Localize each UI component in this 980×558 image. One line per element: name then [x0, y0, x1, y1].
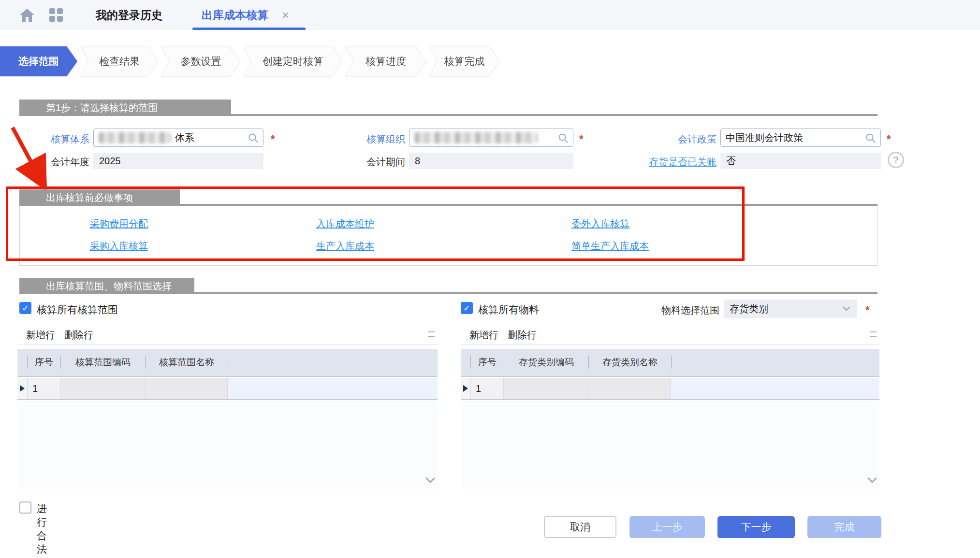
apps-grid-icon[interactable] [49, 8, 63, 22]
empty-cell [671, 378, 879, 399]
required-mark: * [865, 304, 870, 316]
fiscal-year-label: 会计年度 [10, 156, 89, 169]
link-inbound-cost-maintenance[interactable]: 入库成本维护 [316, 217, 374, 230]
grid-config-icon[interactable] [428, 331, 435, 337]
accounting-org-label: 核算组织 [325, 133, 405, 146]
accounting-policy-input[interactable]: 中国准则会计政策 [720, 129, 881, 147]
column-header-category-code[interactable]: 存货类别编码 [504, 349, 588, 376]
step1-section-rule [19, 114, 878, 116]
link-purchase-inbound-accounting[interactable]: 采购入库核算 [90, 240, 148, 253]
range-code-cell[interactable] [60, 378, 145, 399]
step-finished[interactable]: 核算完成 [429, 46, 499, 76]
delete-row-button[interactable]: 删除行 [64, 329, 93, 342]
row-marker-cell [461, 378, 471, 399]
fiscal-period-label: 会计期间 [325, 156, 405, 169]
range-table-panel: 新增行 删除行 序号 核算范围编码 核算范围名称 1 [17, 325, 438, 489]
column-header-seq[interactable]: 序号 [28, 349, 60, 376]
material-scope-label: 物料选择范围 [643, 304, 719, 317]
scroll-down-icon[interactable] [868, 474, 876, 482]
wizard-stepper: 选择范围 检查结果 参数设置 创建定时核算 核算进度 核算完成 [0, 46, 499, 76]
link-simple-production-inbound-cost[interactable]: 简单生产入库成本 [571, 240, 649, 253]
material-table-toolbar: 新增行 删除行 [461, 325, 879, 345]
tab-login-history[interactable]: 我的登录历史 [96, 0, 162, 30]
link-purchase-expense-allocation[interactable]: 采购费用分配 [90, 217, 148, 230]
step-select-scope[interactable]: 选择范围 [0, 46, 77, 76]
delete-row-button[interactable]: 删除行 [508, 329, 537, 342]
accounting-system-input[interactable]: 体系 [93, 129, 263, 147]
accounting-policy-label: 会计政策 [637, 133, 717, 146]
step-progress[interactable]: 核算进度 [346, 46, 426, 76]
column-header-range-code[interactable]: 核算范围编码 [61, 349, 145, 376]
search-icon[interactable] [865, 133, 876, 143]
column-header-range-name[interactable]: 核算范围名称 [146, 349, 228, 376]
required-mark: * [271, 133, 275, 145]
link-production-inbound-cost[interactable]: 生产入库成本 [316, 240, 374, 253]
table-row[interactable]: 1 [17, 378, 438, 400]
range-table-body [17, 401, 438, 489]
range-table-header: 序号 核算范围编码 核算范围名称 [17, 349, 438, 377]
category-code-cell[interactable] [504, 378, 588, 399]
legality-check-checkbox[interactable] [19, 501, 31, 514]
add-row-button[interactable]: 新增行 [469, 329, 498, 342]
todo-section-title: 出库核算前必做事项 [19, 189, 180, 206]
step-parameter-setting[interactable]: 参数设置 [161, 46, 240, 76]
range-section-rule [19, 292, 878, 294]
next-step-button[interactable]: 下一步 [717, 516, 795, 538]
row-marker-cell [17, 378, 28, 399]
close-tab-icon[interactable]: × [282, 8, 289, 22]
seq-cell: 1 [28, 378, 60, 399]
all-ranges-label: 核算所有核算范围 [37, 303, 118, 316]
inventory-closed-field: 否 [720, 153, 881, 169]
column-header-seq[interactable]: 序号 [471, 349, 504, 376]
material-scope-dropdown[interactable]: 存货类别 [724, 300, 857, 318]
grid-config-icon[interactable] [870, 331, 877, 337]
required-mark: * [579, 133, 584, 145]
active-tab-underline [192, 28, 306, 30]
outbound-cost-accounting-page: 我的登录历史 出库成本核算 × 选择范围 检查结果 参数设置 创建定时核算 核算… [0, 0, 980, 558]
accounting-system-visible-text: 体系 [175, 131, 194, 144]
all-ranges-checkbox[interactable]: ✓ [19, 302, 31, 314]
range-section-title: 出库核算范围、物料范围选择 [19, 278, 194, 294]
help-icon[interactable]: ? [888, 152, 904, 168]
redacted-value [414, 132, 538, 143]
seq-cell: 1 [471, 378, 504, 399]
table-row[interactable]: 1 [461, 378, 879, 400]
search-icon[interactable] [558, 133, 569, 143]
fiscal-period-field: 8 [409, 153, 573, 169]
range-table-toolbar: 新增行 删除行 [17, 325, 438, 345]
range-name-cell[interactable] [145, 378, 228, 399]
step-create-scheduled[interactable]: 创建定时核算 [244, 46, 342, 76]
redacted-value [99, 132, 171, 143]
material-table-body [461, 401, 879, 489]
empty-cell [228, 378, 438, 399]
add-row-button[interactable]: 新增行 [26, 329, 55, 342]
category-name-cell[interactable] [588, 378, 671, 399]
tab-outbound-cost-accounting[interactable]: 出库成本核算 [202, 0, 268, 30]
row-marker-icon [463, 385, 468, 392]
accounting-system-label: 核算体系 [10, 133, 89, 146]
inventory-closed-link[interactable]: 存货是否已关账 [619, 156, 717, 169]
all-materials-label: 核算所有物料 [478, 303, 539, 316]
cancel-button[interactable]: 取消 [544, 516, 616, 538]
top-tab-bar: 我的登录历史 出库成本核算 × [0, 0, 980, 30]
step-check-result[interactable]: 检查结果 [81, 46, 158, 76]
scroll-down-icon[interactable] [426, 474, 434, 482]
finish-button[interactable]: 完成 [807, 516, 881, 538]
home-icon[interactable] [19, 8, 35, 22]
link-outsourced-inbound-accounting[interactable]: 委外入库核算 [571, 217, 629, 230]
material-table-panel: 新增行 删除行 序号 存货类别编码 存货类别名称 1 [461, 325, 879, 489]
search-icon[interactable] [248, 133, 259, 143]
step1-section-title: 第1步：请选择核算的范围 [19, 100, 231, 116]
required-mark: * [887, 133, 891, 145]
previous-step-button[interactable]: 上一步 [629, 516, 705, 538]
todo-links-panel: 采购费用分配 入库成本维护 委外入库核算 采购入库核算 生产入库成本 简单生产入… [19, 206, 878, 266]
column-header-category-name[interactable]: 存货类别名称 [589, 349, 671, 376]
fiscal-year-field: 2025 [93, 153, 263, 169]
material-table-header: 序号 存货类别编码 存货类别名称 [461, 349, 879, 377]
chevron-down-icon [843, 306, 850, 311]
all-materials-checkbox[interactable]: ✓ [461, 302, 473, 314]
material-scope-value: 存货类别 [730, 302, 768, 315]
accounting-org-input[interactable] [409, 129, 573, 147]
row-marker-icon [20, 385, 25, 392]
legality-check-label: 进行合法性检查 [37, 502, 47, 558]
